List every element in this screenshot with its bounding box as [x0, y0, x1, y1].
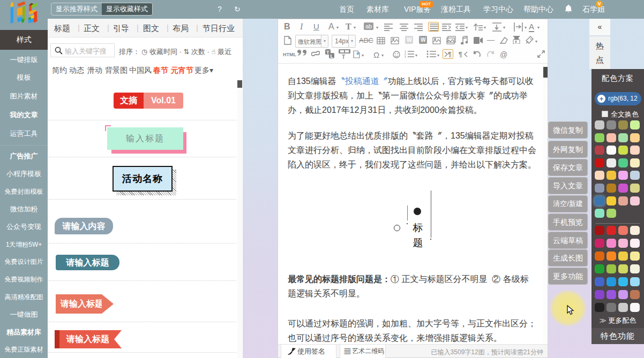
svg-text:¶: ¶ — [459, 51, 462, 58]
svg-text:T: T — [326, 50, 330, 55]
svg-text:L: L — [331, 54, 334, 59]
svg-text:T: T — [342, 54, 345, 59]
svg-text:¶: ¶ — [448, 51, 452, 58]
svg-text:3: 3 — [405, 55, 406, 58]
